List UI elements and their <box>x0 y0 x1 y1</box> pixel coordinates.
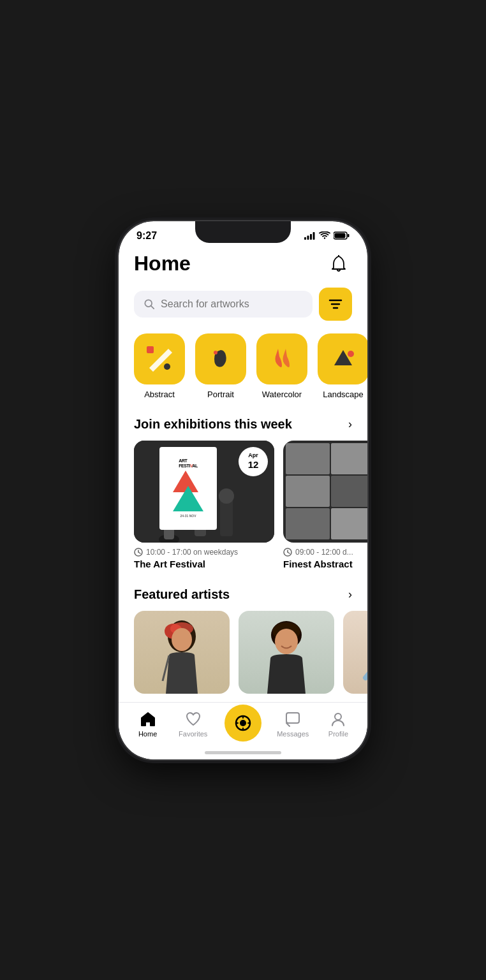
page-title: Home <box>134 252 191 275</box>
artist-photo-2 <box>239 611 334 694</box>
date-badge: Apr 12 <box>239 447 268 476</box>
search-icon <box>144 298 154 310</box>
wifi-icon <box>319 231 330 240</box>
landscape-icon-bg <box>318 333 367 384</box>
artist-silhouette-1 <box>147 617 217 694</box>
phone-shell: 9:27 <box>119 221 367 759</box>
portrait-art-icon <box>205 344 236 374</box>
svg-point-14 <box>164 363 170 370</box>
artists-see-more[interactable]: › <box>348 588 352 601</box>
artist-silhouette-2 <box>251 617 321 694</box>
exhibition-time-2: 09:00 - 12:00 d... <box>283 548 367 557</box>
landscape-art-icon <box>328 344 358 374</box>
svg-point-53 <box>335 713 341 720</box>
svg-line-44 <box>365 665 367 678</box>
exhibition-art-festival[interactable]: ARTFESTIVAL 24-31 NOV Apr 12 <box>134 441 274 569</box>
exhibition-name: The Art Festival <box>134 559 274 569</box>
svg-point-46 <box>240 720 246 726</box>
watercolor-art-icon <box>267 344 297 374</box>
profile-nav-label: Profile <box>328 730 348 738</box>
exhibition-name-2: Finest Abstract <box>283 559 367 569</box>
date-day: 12 <box>248 459 259 471</box>
search-input[interactable] <box>161 298 302 310</box>
exhibitions-scroll: ARTFESTIVAL 24-31 NOV Apr 12 <box>119 441 367 574</box>
search-box[interactable] <box>134 291 313 318</box>
date-month: Apr <box>248 452 258 459</box>
category-abstract[interactable]: Abstract <box>134 333 185 399</box>
exhibitions-header: Join exhibitions this week › <box>119 404 367 441</box>
svg-rect-1 <box>307 235 309 240</box>
svg-line-33 <box>288 552 290 553</box>
category-landscape[interactable]: Landscape <box>318 333 367 399</box>
clock-icon <box>134 548 143 557</box>
artists-header: Featured artists › <box>119 574 367 611</box>
nav-center[interactable] <box>216 705 270 744</box>
center-button[interactable] <box>225 705 261 742</box>
bell-icon <box>330 255 347 273</box>
artist-silhouette-3 <box>356 617 367 694</box>
filter-button[interactable] <box>319 288 352 321</box>
exhibition-time-text: 10:00 - 17:00 on weekdays <box>146 548 238 557</box>
festival-poster: ARTFESTIVAL 24-31 NOV <box>159 447 217 530</box>
svg-rect-0 <box>304 237 306 240</box>
portrait-label: Portrait <box>207 390 234 399</box>
svg-point-15 <box>214 351 217 355</box>
exhibition-time-text-2: 09:00 - 12:00 d... <box>295 548 353 557</box>
phone-screen: 9:27 <box>119 221 367 759</box>
battery-icon <box>334 231 350 240</box>
exhibition-finest-abstract[interactable]: 09:00 - 12:00 d... Finest Abstract <box>283 441 367 569</box>
artists-scroll <box>119 611 367 699</box>
messages-nav-label: Messages <box>277 730 309 738</box>
center-icon <box>234 714 252 732</box>
favorites-nav-label: Favorites <box>179 730 207 738</box>
gallery-grid <box>283 441 367 543</box>
svg-rect-3 <box>313 232 315 240</box>
art-festival-image: ARTFESTIVAL 24-31 NOV Apr 12 <box>134 441 274 543</box>
abstract-icon-bg <box>134 333 185 384</box>
svg-rect-13 <box>147 346 154 353</box>
category-portrait[interactable]: Portrait <box>195 333 246 399</box>
content-scroll: Home <box>119 244 367 725</box>
finest-abstract-image <box>283 441 367 543</box>
svg-point-37 <box>172 628 192 651</box>
profile-icon <box>330 711 346 728</box>
nav-profile[interactable]: Profile <box>316 711 361 738</box>
abstract-label: Abstract <box>144 390 175 399</box>
svg-rect-6 <box>335 233 346 238</box>
artists-title: Featured artists <box>134 587 230 602</box>
watercolor-icon-bg <box>256 333 307 384</box>
categories-scroll: Abstract Portrait <box>119 333 367 404</box>
home-indicator <box>205 751 281 754</box>
notification-button[interactable] <box>325 251 352 277</box>
abstract-art-icon <box>144 344 175 374</box>
portrait-icon-bg <box>195 333 246 384</box>
category-watercolor[interactable]: Watercolor <box>256 333 307 399</box>
svg-point-41 <box>275 629 298 654</box>
svg-point-27 <box>219 488 234 504</box>
svg-line-9 <box>151 305 154 308</box>
header: Home <box>119 244 367 288</box>
svg-rect-5 <box>348 234 350 237</box>
search-row <box>119 288 367 333</box>
status-time: 9:27 <box>136 230 157 242</box>
notch <box>195 221 291 243</box>
watercolor-label: Watercolor <box>262 390 302 399</box>
svg-rect-51 <box>286 713 299 723</box>
svg-point-17 <box>348 351 354 357</box>
filter-icon <box>328 298 342 310</box>
exhibitions-title: Join exhibitions this week <box>134 417 292 432</box>
exhibitions-see-more[interactable]: › <box>348 418 352 431</box>
nav-home[interactable]: Home <box>125 711 170 738</box>
signal-icon <box>304 232 316 240</box>
clock-icon-2 <box>283 548 292 557</box>
status-icons <box>304 231 350 240</box>
artist-photo-3 <box>343 611 367 694</box>
artist-card-1[interactable] <box>134 611 230 694</box>
exhibition-time: 10:00 - 17:00 on weekdays <box>134 548 274 557</box>
nav-favorites[interactable]: Favorites <box>170 711 216 738</box>
svg-rect-2 <box>310 234 312 240</box>
artist-card-3[interactable] <box>343 611 367 694</box>
artist-card-2[interactable] <box>239 611 334 694</box>
artist-photo-1 <box>134 611 230 694</box>
nav-messages[interactable]: Messages <box>270 711 316 738</box>
